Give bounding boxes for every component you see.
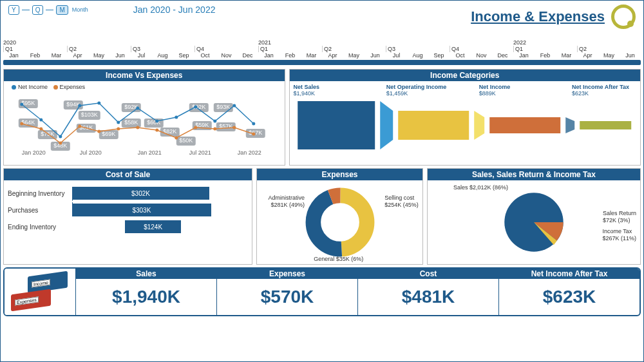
svg-rect-73 <box>580 121 631 129</box>
donut-chart <box>305 187 375 258</box>
svg-point-54 <box>117 128 120 131</box>
svg-text:$64K: $64K <box>21 119 35 126</box>
svg-rect-69 <box>398 111 469 140</box>
svg-point-41 <box>117 121 120 124</box>
svg-text:$94K: $94K <box>66 101 80 108</box>
svg-text:Jul 2020: Jul 2020 <box>80 149 102 156</box>
svg-marker-72 <box>565 117 574 133</box>
svg-point-38 <box>59 135 62 138</box>
toggle-label: Month <box>72 6 88 13</box>
topbar: Y Q M Month Jan 2020 - Jun 2022 Income &… <box>3 3 641 37</box>
svg-point-45 <box>194 106 197 109</box>
donut-label-admin: Administrative$281K (49%) <box>260 195 305 209</box>
summary-expenses: Expenses$570K <box>216 269 357 315</box>
svg-point-51 <box>59 142 62 145</box>
svg-point-50 <box>39 128 43 131</box>
cost-row: Purchases $303K <box>8 204 248 216</box>
svg-point-56 <box>155 129 158 132</box>
svg-point-61 <box>252 133 255 136</box>
svg-text:$69K: $69K <box>102 131 115 137</box>
panel-title: Cost of Sale <box>4 169 252 180</box>
svg-point-49 <box>20 122 23 126</box>
svg-rect-67 <box>298 101 375 149</box>
panel-title: Sales, Sales Return & Income Tax <box>428 169 640 180</box>
summary-net: Net Income After Tax$623K <box>498 269 639 315</box>
page-title: Income & Expenses <box>471 5 636 29</box>
panel-title: Income Categories <box>290 70 640 81</box>
svg-point-47 <box>232 104 236 108</box>
svg-point-59 <box>213 128 216 131</box>
svg-point-53 <box>97 130 100 133</box>
cost-row: Ending Inventory $124K <box>8 220 248 233</box>
svg-text:$93K: $93K <box>216 104 230 110</box>
pie-label-tax: Income Tax$267K (11%) <box>602 228 636 242</box>
svg-text:Jul 2021: Jul 2021 <box>189 149 211 156</box>
panel-sales-pie: Sales, Sales Return & Income Tax Sales $… <box>427 168 641 265</box>
svg-point-39 <box>78 104 81 108</box>
svg-point-52 <box>78 125 81 128</box>
logo-icon <box>611 5 636 29</box>
svg-point-55 <box>136 126 139 129</box>
svg-point-58 <box>194 126 197 129</box>
funnel-chart <box>294 98 636 153</box>
svg-point-57 <box>175 137 178 140</box>
svg-point-40 <box>97 102 100 105</box>
pie-chart <box>495 184 573 261</box>
svg-point-44 <box>175 116 178 119</box>
summary-cost: Cost$481K <box>357 269 498 315</box>
panel-title: Income Vs Expenses <box>4 70 285 81</box>
svg-point-60 <box>232 126 236 129</box>
funnel-labels: Net Sales$1,940K Net Operating Income$1,… <box>294 84 636 97</box>
svg-text:Jan 2020: Jan 2020 <box>22 149 46 156</box>
svg-point-48 <box>252 122 255 126</box>
line-chart: $95K $64K $75K $48K $94K $103K $61K $69K… <box>8 91 281 156</box>
svg-text:$58K: $58K <box>124 119 138 126</box>
pie-label-return: Sales Return$72K (3%) <box>603 210 636 224</box>
dashboard: Y Q M Month Jan 2020 - Jun 2022 Income &… <box>0 0 644 362</box>
pie-label-sales: Sales $2,012K (86%) <box>453 184 508 191</box>
svg-point-37 <box>39 119 43 122</box>
svg-marker-68 <box>380 101 393 149</box>
svg-point-43 <box>155 120 158 123</box>
svg-text:$82K: $82K <box>163 128 176 135</box>
summary-bar: Income Expenses Sales$1,940K Expenses$57… <box>3 267 641 316</box>
cost-row: Beginning Inventory $302K <box>8 187 248 200</box>
date-range: Jan 2020 - Jun 2022 <box>133 5 216 15</box>
toggle-year[interactable]: Y <box>8 5 19 15</box>
svg-text:Jan 2022: Jan 2022 <box>238 149 261 156</box>
svg-point-46 <box>213 120 216 123</box>
panel-income-vs-expenses: Income Vs Expenses Net Income Expenses $… <box>3 69 285 166</box>
timeline[interactable]: 202020212022 Q1Q2Q3Q4Q1Q2Q3Q4Q1Q2 JanFeb… <box>3 39 641 66</box>
period-toggle: Y Q M Month <box>8 5 88 15</box>
binders-icon: Income Expenses <box>5 269 75 315</box>
panel-expenses: Expenses Administrative$281K (49%) Selli… <box>256 168 423 265</box>
donut-label-selling: Selling cost$254K (45%) <box>384 195 419 209</box>
svg-point-42 <box>136 107 139 110</box>
svg-rect-71 <box>489 117 560 133</box>
svg-text:$50K: $50K <box>179 137 193 144</box>
panel-income-categories: Income Categories Net Sales$1,940K Net O… <box>289 69 641 166</box>
svg-text:$103K: $103K <box>81 111 98 118</box>
donut-label-general: General $35K (6%) <box>314 256 363 263</box>
toggle-quarter[interactable]: Q <box>32 5 44 15</box>
summary-sales: Sales$1,940K <box>75 269 216 315</box>
panel-title: Expenses <box>257 169 422 180</box>
svg-point-36 <box>20 103 23 106</box>
legend: Net Income Expenses <box>8 84 281 90</box>
panel-cost-of-sale: Cost of Sale Beginning Inventory $302K P… <box>3 168 252 265</box>
toggle-month[interactable]: M <box>56 5 68 15</box>
svg-text:Jan 2021: Jan 2021 <box>138 149 162 156</box>
svg-marker-70 <box>474 111 484 140</box>
